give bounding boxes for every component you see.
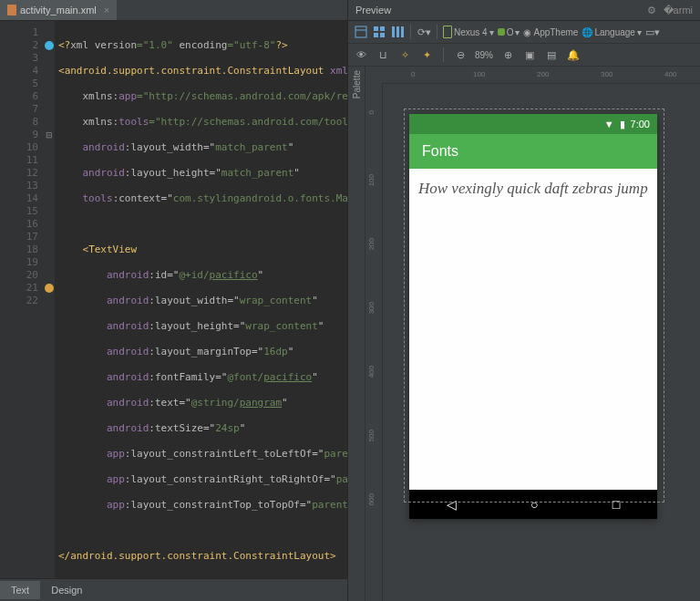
language-selector[interactable]: 🌐Language▾ [582,27,642,37]
svg-rect-5 [380,33,385,37]
warning-icon [45,284,54,293]
svg-rect-2 [374,26,378,31]
plus-icon[interactable]: ✦ [419,47,434,62]
code-content[interactable]: <?xml version="1.0" encoding="utf-8"?> <… [55,21,347,578]
eye-icon[interactable]: 👁 [354,47,368,62]
app-bar: Fonts [409,134,657,169]
gear-icon[interactable]: ⚙ [647,5,656,16]
android-status-bar: ▼ ▮ 7:00 [409,114,657,134]
zoom-out-icon[interactable]: ⊖ [453,47,468,62]
editor-pane: activity_main.xml × 12345678910111213141… [0,0,347,601]
svg-rect-7 [396,26,399,37]
svg-rect-0 [355,26,366,37]
zoom-level[interactable]: 89% [475,50,493,60]
close-icon[interactable]: × [104,5,109,16]
preview-header: Preview ⚙ �armi [348,0,700,21]
device-frame: ▼ ▮ 7:00 Fonts How vexingly quick daft z… [409,114,659,519]
recent-icon[interactable]: □ [612,497,620,512]
device-content: How vexingly quick daft zebras jump [409,169,657,490]
orientation-icon[interactable]: ⟳▾ [417,25,431,39]
preview-canvas[interactable]: Palette 0 100 200 300 400 0 100 200 300 … [348,67,700,601]
error-icon[interactable]: ▤ [544,47,559,62]
file-tab[interactable]: activity_main.xml × [0,0,117,20]
device-selector[interactable]: Nexus 4▾ [443,26,494,38]
text-tab[interactable]: Text [0,581,40,599]
marker-column: ⊟ [44,21,55,578]
preview-toolbar: ⟳▾ Nexus 4▾ O▾ ◉AppTheme 🌐Language▾ ▭▾ [348,21,700,44]
fold-icon[interactable]: ⊟ [46,130,53,140]
preview-pane: Preview ⚙ �armi ⟳▾ Nexus 4▾ O▾ ◉AppTheme… [347,0,700,601]
columns-icon[interactable] [390,25,405,39]
line-gutter: 12345678910111213141516171819202122 [0,21,44,578]
component-icon [45,41,54,50]
home-icon[interactable]: ○ [530,497,538,512]
svg-rect-4 [374,33,378,37]
grid-icon[interactable] [372,25,386,39]
editor-tab-bar: activity_main.xml × [0,0,347,21]
theme-selector[interactable]: ◉AppTheme [523,27,578,37]
xml-file-icon [7,5,16,16]
preview-toolbar-2: 👁 ⊔ ✧ ✦ ⊖ 89% ⊕ ▣ ▤ 🔔 [348,44,700,67]
back-icon[interactable]: ◁ [447,497,457,512]
horizontal-ruler: 0 100 200 300 400 [382,67,700,84]
battery-icon: ▮ [620,119,625,130]
magnet-icon[interactable]: ⊔ [376,47,390,62]
api-selector[interactable]: O▾ [498,27,520,37]
wand-icon[interactable]: ✧ [397,47,412,62]
pangram-text: How vexingly quick daft zebras jump [418,180,648,198]
editor-mode-tabs: Text Design [0,578,347,601]
code-editor[interactable]: 12345678910111213141516171819202122 ⊟ <?… [0,21,347,578]
svg-rect-3 [380,26,385,31]
fit-icon[interactable]: ▣ [522,47,537,62]
wifi-icon: ▼ [604,119,614,130]
preview-title: Preview [355,5,391,16]
vertical-ruler: 0 100 200 300 400 500 600 [365,83,383,601]
bell-icon[interactable]: 🔔 [566,47,581,62]
svg-rect-8 [401,26,404,37]
status-time: 7:00 [631,119,650,130]
android-nav-bar: ◁ ○ □ [409,490,657,519]
layout-icon[interactable] [354,25,368,39]
hide-icon[interactable]: �armi [664,5,693,16]
design-tab[interactable]: Design [40,581,93,599]
palette-tab[interactable]: Palette [348,67,365,601]
tab-label: activity_main.xml [20,5,97,16]
svg-rect-6 [392,26,395,37]
app-title: Fonts [422,143,458,160]
zoom-in-icon[interactable]: ⊕ [500,47,515,62]
variants-icon[interactable]: ▭▾ [645,25,660,39]
